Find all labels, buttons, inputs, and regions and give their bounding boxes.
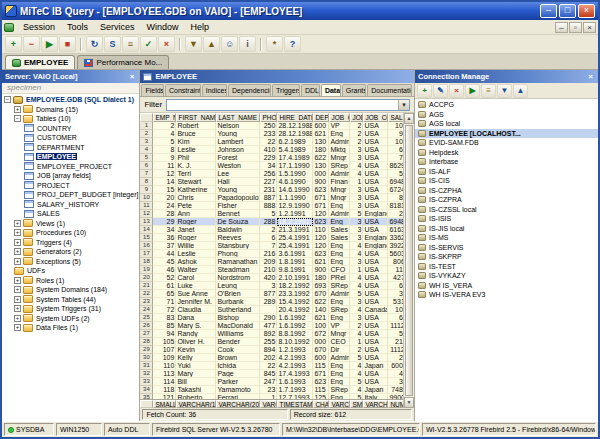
tab-grants[interactable]: Grants [342,84,366,96]
grid-cell[interactable]: Williams [216,330,260,338]
grid-cell[interactable]: 61 [153,282,176,290]
grid-cell[interactable]: 290 [260,314,277,322]
tree-item-generators-2[interactable]: +Generators (2) [2,247,139,257]
grid-cell[interactable]: 1.5.1990 [277,170,313,178]
connection-item-helpdesk[interactable]: Helpdesk [415,148,598,158]
row-indicator[interactable]: 13 [140,218,153,226]
grid-cell[interactable]: VP [329,322,350,330]
grid-row[interactable]: 59PhilForest22917.4.1989622Mngr3USA75060… [140,154,403,162]
row-indicator[interactable]: 32 [140,370,153,378]
grid-cell[interactable]: England [363,210,388,218]
grid-cell[interactable]: 622 [313,298,329,306]
grid-cell[interactable]: Eng [329,258,350,266]
grid-cell[interactable]: 24 [153,202,176,210]
grid-cell[interactable]: 120 [313,242,329,250]
row-indicator[interactable]: 28 [140,338,153,346]
commit-icon[interactable]: ✓ [140,36,157,52]
grid-cell[interactable]: 23.3.1992 [277,290,313,298]
grid-cell[interactable]: 256 [260,170,277,178]
grid-cell[interactable]: VP [329,122,350,130]
grid-cell[interactable]: Parker [216,378,260,386]
connection-item-employee-localhost[interactable]: EMPLOYEE [LOCALHOST... [415,129,598,139]
grid-cell[interactable]: 61637.81 [388,226,403,234]
grid-cell[interactable]: 3 [350,218,363,226]
grid-cell[interactable]: Chris [176,194,216,202]
delete-connection-icon[interactable]: × [449,84,464,98]
grid-cell[interactable]: 67241.25 [388,186,403,194]
grid-cell[interactable]: Bennet [216,210,260,218]
grid-cell[interactable]: 25.4.1991 [277,242,313,250]
grid-cell[interactable]: 180 [313,274,329,282]
grid-cell[interactable]: 4 [350,250,363,258]
grid-row[interactable]: 1020ChrisPapadopoulos8871.1.1990671Mngr3… [140,194,403,202]
grid-cell[interactable]: 100 [313,322,329,330]
grid-cell[interactable]: Robert [176,122,216,130]
grid-cell[interactable]: 56295 [388,330,403,338]
row-indicator[interactable]: 30 [140,354,153,362]
grid-row[interactable]: 2265Sue AnneO'Brien87723.3.1992670Admin5… [140,290,403,298]
grid-cell[interactable]: 22 [260,362,277,370]
grid-cell[interactable]: 4 [153,130,176,138]
row-indicator[interactable]: 27 [140,330,153,338]
row-indicator[interactable]: 5 [140,154,153,162]
grid-cell[interactable]: Nordstrom [216,274,260,282]
grid-cell[interactable]: 111262.5 [388,322,403,330]
grid-cell[interactable]: 80689.5 [388,258,403,266]
scroll-down-icon[interactable]: ▼ [404,397,414,408]
maximize-button[interactable]: □ [559,4,576,18]
grid-cell[interactable]: USA [363,338,388,346]
grid-cell[interactable]: 1 [350,178,363,186]
grid-cell[interactable]: Sales [329,226,350,234]
grid-cell[interactable]: USA [363,178,388,186]
grid-cell[interactable]: 22935 [388,210,403,218]
grid-row[interactable]: 1434JanetBaldwin221.3.1991110Sales3USA61… [140,226,403,234]
grid-cell[interactable]: 1.7.1993 [277,386,313,394]
row-indicator[interactable]: 25 [140,314,153,322]
unregister-database-icon[interactable]: − [23,36,40,52]
scroll-up-icon[interactable]: ▲ [404,113,414,124]
grid-cell[interactable]: 4.2.1993 [277,354,313,362]
add-connection-icon[interactable]: + [417,84,432,98]
grid-cell[interactable]: 210 [260,266,277,274]
grid-cell[interactable]: Walter [176,266,216,274]
grid-cell[interactable]: 3 [350,226,363,234]
grid-cell[interactable]: Burbank [216,298,260,306]
refresh-icon[interactable]: ↻ [86,36,103,52]
row-indicator[interactable]: 17 [140,250,153,258]
grid-cell[interactable]: PRel [329,274,350,282]
grid-cell[interactable]: O'Brien [216,290,260,298]
expand-icon[interactable]: + [14,305,21,312]
scrollbar-thumb[interactable] [405,125,413,396]
row-indicator[interactable]: 20 [140,274,153,282]
grid-cell[interactable]: 34 [260,162,277,170]
grid-cell[interactable]: 1.8.1991 [277,258,313,266]
grid-cell[interactable]: 120 [313,234,329,242]
connection-item-interbase[interactable]: Interbase [415,157,598,167]
grid-cell[interactable]: 671 [313,370,329,378]
grid-cell[interactable]: 44 [153,250,176,258]
grid-cell[interactable]: 000 [313,170,329,178]
grid-cell[interactable]: 107 [153,346,176,354]
grid-cell[interactable]: 600 [313,122,329,130]
grid-cell[interactable]: 1.6.1993 [277,378,313,386]
grid-cell[interactable]: 5 [350,378,363,386]
grid-cell[interactable]: 3 [350,154,363,162]
grid-cell[interactable]: 45 [153,258,176,266]
connect-connection-icon[interactable]: ▶ [465,84,480,98]
vertical-scrollbar[interactable]: ▲ ▼ [403,113,414,408]
grid-cell[interactable]: 18.2.1992 [277,282,313,290]
grid-cell[interactable]: Reeves [216,234,260,242]
tab-dependencies[interactable]: Dependencies [228,84,271,96]
collapse-icon[interactable]: − [14,115,21,122]
row-indicator[interactable]: 11 [140,202,153,210]
grid-cell[interactable]: 28 [153,210,176,218]
tab-data[interactable]: Data [321,84,341,96]
grid-cell[interactable]: Katherine [176,186,216,194]
grid-cell[interactable]: 202 [260,354,277,362]
grid-cell[interactable]: Canada [363,306,388,314]
disconnect-icon[interactable]: ■ [59,36,76,52]
grid-cell[interactable]: Carol [176,274,216,282]
grid-cell[interactable]: Kelly [176,354,216,362]
grid-cell[interactable]: 420 [260,274,277,282]
grid-row[interactable]: 712TerriLee2561.5.1990000Admin4USA53793L… [140,170,403,178]
